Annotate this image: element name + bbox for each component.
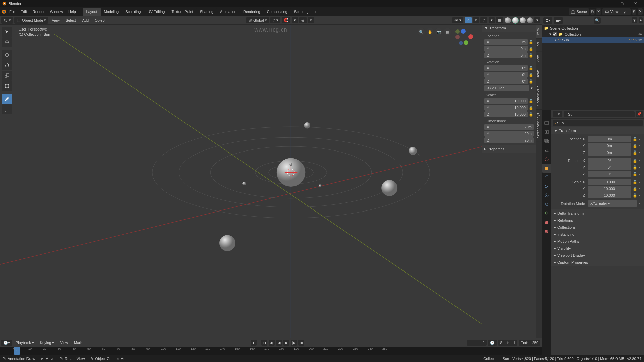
jump-end-button[interactable]: ⏭ <box>298 340 304 346</box>
p-locz-value[interactable]: 0m <box>588 149 631 156</box>
props-instancing-header[interactable]: ▸ Instancing <box>551 231 644 238</box>
sidebar-tab-tool[interactable]: Tool <box>536 38 542 51</box>
p-scaley-anim[interactable]: • <box>639 187 641 191</box>
p-rotz-value[interactable]: 0° <box>588 171 631 177</box>
ptab-output[interactable] <box>542 128 551 136</box>
workspace-texturepaint[interactable]: Texture Paint <box>168 8 196 16</box>
tool-annotate[interactable] <box>2 94 12 104</box>
p-locy-lock[interactable]: 🔓 <box>633 144 637 148</box>
ptab-render[interactable] <box>542 119 551 127</box>
scene-delete-button[interactable]: ✕ <box>596 8 601 15</box>
p-rotmode-anim[interactable]: • <box>639 202 641 206</box>
p-scalex-lock[interactable]: 🔓 <box>633 180 637 184</box>
workspace-rendering[interactable]: Rendering <box>240 8 264 16</box>
menu-render[interactable]: Render <box>30 8 47 15</box>
outliner-scene-collection[interactable]: 📁 Scene Collection <box>542 25 644 31</box>
workspace-layout[interactable]: Layout <box>83 8 101 16</box>
scale-y-lock[interactable]: 🔓 <box>528 106 534 110</box>
workspace-uvediting[interactable]: UV Editing <box>144 8 168 16</box>
nav-pan-button[interactable]: ✋ <box>426 28 434 36</box>
outliner-collection[interactable]: ▾ 📁 Collection 👁 <box>542 31 644 37</box>
gizmo-axis-z[interactable] <box>461 29 466 34</box>
sidebar-tab-create[interactable]: Create <box>536 66 542 83</box>
rot-x-lock[interactable]: 🔓 <box>528 66 534 70</box>
props-delta-header[interactable]: ▸ Delta Transform <box>551 209 644 217</box>
props-breadcrumb[interactable]: ▫ Sun <box>564 111 635 117</box>
viewport-menu-view[interactable]: View <box>49 17 62 23</box>
tool-measure[interactable] <box>2 104 12 114</box>
overlay-toggle[interactable]: ⊙ <box>480 17 487 23</box>
p-rotmode-select[interactable]: XYZ Euler ▾ <box>588 200 637 207</box>
props-motionpaths-header[interactable]: ▸ Motion Paths <box>551 238 644 245</box>
timeline-menu-playback[interactable]: Playback ▾ <box>13 340 36 346</box>
snap-mode[interactable]: ▾ <box>292 17 298 23</box>
workspace-compositing[interactable]: Compositing <box>264 8 291 16</box>
workspace-add-button[interactable]: + <box>312 8 319 16</box>
visibility-selector[interactable]: 👁▾ <box>452 17 463 23</box>
p-scaley-lock[interactable]: 🔓 <box>633 187 637 191</box>
editor-type-selector[interactable]: ▾ <box>1 17 13 24</box>
gizmo-toggle[interactable]: ↗ <box>465 17 472 23</box>
scale-x-lock[interactable]: 🔓 <box>528 99 534 103</box>
viewport-menu-select[interactable]: Select <box>63 17 78 23</box>
end-frame-field[interactable]: End: 250 <box>519 340 540 346</box>
sidebar-tab-view[interactable]: View <box>536 52 542 66</box>
shading-options[interactable]: ▾ <box>534 17 540 23</box>
loc-y-value[interactable]: 0m <box>492 46 528 52</box>
ptab-physics[interactable] <box>542 191 551 200</box>
keyframe-prev-button[interactable]: ◀| <box>269 340 275 346</box>
window-close-button[interactable]: ✕ <box>629 0 642 7</box>
p-locx-value[interactable]: 0m <box>588 136 631 142</box>
ptab-texture[interactable] <box>542 227 551 236</box>
tool-rotate[interactable] <box>2 60 12 70</box>
outliner-display-mode[interactable]: ☰▾ <box>554 17 563 24</box>
p-rotx-lock[interactable]: 🔓 <box>633 159 637 163</box>
rotation-mode-select[interactable]: XYZ Euler <box>484 85 529 91</box>
shading-lookdev[interactable] <box>520 17 526 23</box>
scale-x-value[interactable]: 10.000 <box>492 98 528 104</box>
ptab-particles[interactable] <box>542 182 551 191</box>
orientation-selector[interactable]: Global ▾ <box>246 17 269 23</box>
rot-y-value[interactable]: 0° <box>492 72 528 78</box>
outliner-object-sun[interactable]: ▸ ▽ Sun ▽ ▽₂ 👁 <box>542 37 644 43</box>
ptab-scene[interactable] <box>542 146 551 155</box>
menu-window[interactable]: Window <box>47 8 66 15</box>
shading-rendered[interactable] <box>527 17 533 23</box>
p-rotz-anim[interactable]: • <box>639 172 641 176</box>
transform-panel-header[interactable]: ▼ Transform <box>482 25 536 32</box>
rot-z-lock[interactable]: 🔓 <box>528 79 534 84</box>
frame-range-lock[interactable]: 🕐 <box>488 340 497 346</box>
shading-wireframe[interactable] <box>505 17 511 23</box>
tool-move[interactable] <box>2 50 12 60</box>
collection-enable-checkbox[interactable] <box>553 32 557 36</box>
props-transform-header[interactable]: ▼ Transform <box>551 127 644 134</box>
p-roty-lock[interactable]: 🔓 <box>633 165 637 170</box>
nav-camera-button[interactable]: 📷 <box>435 28 442 36</box>
nav-zoom-button[interactable]: 🔍 <box>418 28 425 36</box>
loc-x-value[interactable]: 0m <box>492 39 528 45</box>
props-collections-header[interactable]: ▸ Collections <box>551 224 644 231</box>
p-locx-anim[interactable]: • <box>639 137 641 141</box>
ptab-world[interactable] <box>542 155 551 164</box>
workspace-scripting[interactable]: Scripting <box>291 8 312 16</box>
ptab-object[interactable] <box>542 164 551 173</box>
3d-viewport[interactable]: www.rrcg.cn User Perspective (1) Collect… <box>0 25 542 338</box>
workspace-modeling[interactable]: Modeling <box>101 8 122 16</box>
window-maximize-button[interactable]: ▢ <box>615 0 629 7</box>
workspace-animation[interactable]: Animation <box>217 8 240 16</box>
props-viewport-display-header[interactable]: ▸ Viewport Display <box>551 252 644 259</box>
mode-selector[interactable]: Object Mode ▾ <box>14 17 48 24</box>
mesh-data-icon[interactable]: ▽ <box>629 38 632 42</box>
nav-ortho-button[interactable]: ▦ <box>444 28 451 36</box>
autokey-toggle[interactable]: ● <box>251 340 257 346</box>
p-locy-anim[interactable]: • <box>639 144 641 148</box>
rot-z-value[interactable]: 0° <box>492 78 528 84</box>
p-locy-value[interactable]: 0m <box>588 143 631 149</box>
p-scalex-value[interactable]: 10.000 <box>588 179 631 185</box>
proportional-toggle[interactable]: ◎ <box>299 17 307 23</box>
tool-cursor[interactable] <box>2 37 12 47</box>
start-frame-field[interactable]: Start: 1 <box>498 340 517 346</box>
props-visibility-header[interactable]: ▸ Visibility <box>551 245 644 252</box>
sidebar-tab-screencast[interactable]: Screencast Keys <box>536 109 542 141</box>
p-scalez-value[interactable]: 10.000 <box>588 192 631 198</box>
